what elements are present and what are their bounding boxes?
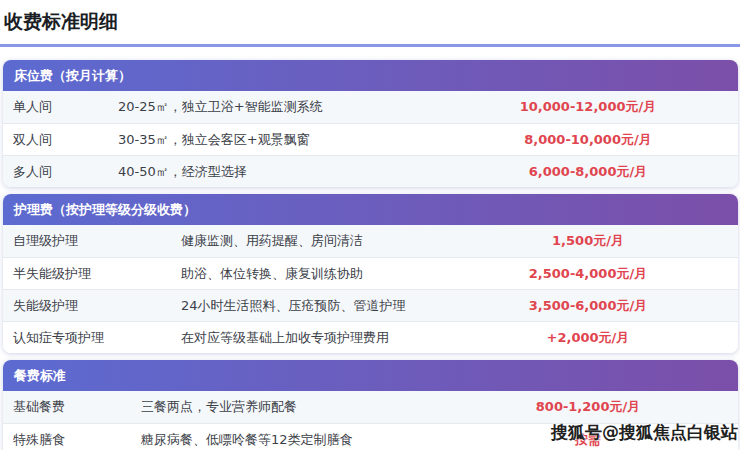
row-description: 20-25㎡，独立卫浴+智能监测系统: [118, 98, 468, 116]
sohu-watermark: 搜狐号@搜狐焦点白银站: [551, 421, 738, 444]
table-row: 多人间 40-50㎡，经济型选择 6,000-8,000元/月: [3, 155, 738, 187]
row-label: 多人间: [13, 163, 118, 181]
row-label: 失能级护理: [13, 297, 181, 315]
row-label: 认知症专项护理: [13, 329, 181, 347]
section-header-bed: 床位费（按月计算）: [3, 60, 738, 91]
row-description: 助浴、体位转换、康复训练协助: [181, 265, 468, 283]
row-label: 半失能级护理: [13, 265, 181, 283]
row-description: 40-50㎡，经济型选择: [118, 163, 468, 181]
fee-section-bed: 床位费（按月计算） 单人间 20-25㎡，独立卫浴+智能监测系统 10,000-…: [3, 60, 738, 187]
row-label: 双人间: [13, 131, 118, 149]
row-description: 在对应等级基础上加收专项护理费用: [181, 329, 468, 347]
row-description: 30-35㎡，独立会客区+观景飘窗: [118, 131, 468, 149]
section-header-nursing: 护理费（按护理等级分级收费）: [3, 194, 738, 225]
row-description: 三餐两点，专业营养师配餐: [141, 398, 468, 416]
row-label: 基础餐费: [13, 398, 141, 416]
row-label: 自理级护理: [13, 232, 181, 250]
table-row: 认知症专项护理 在对应等级基础上加收专项护理费用 +2,000元/月: [3, 321, 738, 353]
table-row: 基础餐费 三餐两点，专业营养师配餐 800-1,200元/月: [3, 391, 738, 423]
table-row: 自理级护理 健康监测、用药提醒、房间清洁 1,500元/月: [3, 225, 738, 257]
row-price: 10,000-12,000元/月: [468, 98, 708, 116]
fee-section-nursing: 护理费（按护理等级分级收费） 自理级护理 健康监测、用药提醒、房间清洁 1,50…: [3, 194, 738, 353]
table-row: 双人间 30-35㎡，独立会客区+观景飘窗 8,000-10,000元/月: [3, 123, 738, 155]
row-label: 特殊膳食: [13, 431, 141, 449]
row-description: 糖尿病餐、低嘌呤餐等12类定制膳食: [141, 431, 468, 449]
row-description: 24小时生活照料、压疮预防、管道护理: [181, 297, 468, 315]
row-price: 800-1,200元/月: [468, 398, 708, 416]
row-price: 3,500-6,000元/月: [468, 297, 708, 315]
section-header-meals: 餐费标准: [3, 360, 738, 391]
page-title: 收费标准明细: [0, 0, 740, 47]
row-description: 健康监测、用药提醒、房间清洁: [181, 232, 468, 250]
row-label: 单人间: [13, 98, 118, 116]
row-price: 6,000-8,000元/月: [468, 163, 708, 181]
table-row: 单人间 20-25㎡，独立卫浴+智能监测系统 10,000-12,000元/月: [3, 91, 738, 123]
row-price: 1,500元/月: [468, 232, 708, 250]
table-row: 半失能级护理 助浴、体位转换、康复训练协助 2,500-4,000元/月: [3, 257, 738, 289]
row-price: 2,500-4,000元/月: [468, 265, 708, 283]
row-price: 8,000-10,000元/月: [468, 131, 708, 149]
table-row: 失能级护理 24小时生活照料、压疮预防、管道护理 3,500-6,000元/月: [3, 289, 738, 321]
row-price: +2,000元/月: [468, 329, 708, 347]
